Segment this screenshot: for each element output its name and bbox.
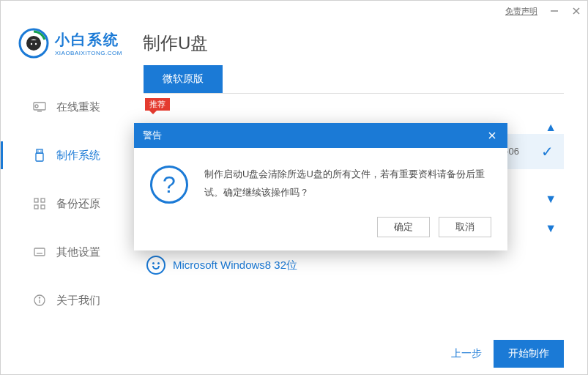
footer: 上一步 开始制作 — [144, 333, 587, 374]
info-icon — [33, 294, 46, 307]
svg-rect-15 — [41, 198, 45, 202]
app-window: 免责声明 小白系统 XIAOBAIXITONG.COM 制作U盘 — [0, 0, 588, 375]
brand-url: XIAOBAIXITONG.COM — [55, 50, 122, 56]
grid-icon — [33, 197, 46, 210]
check-icon: ✓ — [541, 143, 554, 160]
minimize-icon[interactable] — [549, 6, 559, 16]
brand-name: 小白系统 — [55, 30, 122, 50]
logo-icon — [18, 28, 49, 59]
svg-point-22 — [39, 297, 40, 298]
prev-button[interactable]: 上一步 — [451, 347, 482, 360]
chevron-down-icon[interactable]: ▼ — [545, 222, 557, 235]
dialog-title: 警告 — [143, 129, 162, 142]
svg-point-6 — [35, 43, 37, 45]
tabs: 微软原版 — [144, 65, 564, 93]
sidebar-item-label: 关于我们 — [56, 294, 100, 308]
close-icon[interactable] — [485, 129, 499, 142]
svg-rect-17 — [41, 205, 45, 209]
question-icon: ? — [150, 166, 188, 204]
warning-dialog: 警告 ? 制作启动U盘会清除所选U盘的所有文件，若有重要资料请备份后重试。确定继… — [134, 123, 507, 250]
sidebar-item-label: 其他设置 — [56, 245, 100, 259]
tab-ms-original[interactable]: 微软原版 — [144, 65, 223, 93]
os-row-win8-32[interactable]: Microsoft Windows8 32位 — [144, 247, 564, 283]
chevron-up-icon[interactable]: ▲ — [545, 121, 557, 134]
disclaimer-link[interactable]: 免责声明 — [505, 6, 537, 17]
dialog-titlebar: 警告 — [134, 123, 507, 148]
start-button[interactable]: 开始制作 — [494, 340, 564, 368]
settings-icon — [33, 245, 46, 259]
svg-point-4 — [26, 36, 41, 51]
close-icon[interactable] — [571, 6, 581, 16]
sidebar-item-make-system[interactable]: 制作系统 — [1, 131, 144, 179]
sidebar: 在线重装 制作系统 备份还原 其他设置 — [1, 65, 144, 333]
header: 小白系统 XIAOBAIXITONG.COM 制作U盘 — [1, 21, 587, 65]
chevron-down-icon[interactable]: ▼ — [545, 193, 557, 206]
page-title: 制作U盘 — [143, 31, 208, 55]
svg-rect-11 — [36, 153, 43, 161]
ok-button[interactable]: 确定 — [377, 217, 430, 237]
sidebar-item-other-settings[interactable]: 其他设置 — [1, 228, 144, 276]
sidebar-item-online-reinstall[interactable]: 在线重装 — [1, 83, 144, 131]
recommend-badge: 推荐 — [145, 98, 170, 111]
dialog-message: 制作启动U盘会清除所选U盘的所有文件，若有重要资料请备份后重试。确定继续该操作吗… — [204, 166, 491, 204]
svg-rect-10 — [37, 149, 42, 153]
titlebar: 免责声明 — [1, 1, 587, 21]
sidebar-item-backup-restore[interactable]: 备份还原 — [1, 179, 144, 228]
logo: 小白系统 XIAOBAIXITONG.COM — [18, 28, 143, 59]
cancel-button[interactable]: 取消 — [439, 217, 491, 237]
os-face-icon — [146, 256, 165, 275]
os-name: Microsoft Windows8 32位 — [173, 259, 557, 272]
sidebar-item-label: 制作系统 — [56, 149, 100, 163]
usb-icon — [33, 149, 46, 162]
svg-point-5 — [31, 43, 32, 45]
svg-point-8 — [35, 105, 38, 108]
svg-rect-16 — [34, 205, 38, 209]
sidebar-item-label: 在线重装 — [56, 100, 100, 114]
sidebar-item-label: 备份还原 — [56, 197, 100, 211]
monitor-icon — [33, 100, 46, 114]
sidebar-item-about[interactable]: 关于我们 — [1, 276, 144, 324]
svg-rect-14 — [34, 198, 38, 202]
svg-rect-18 — [34, 248, 45, 256]
